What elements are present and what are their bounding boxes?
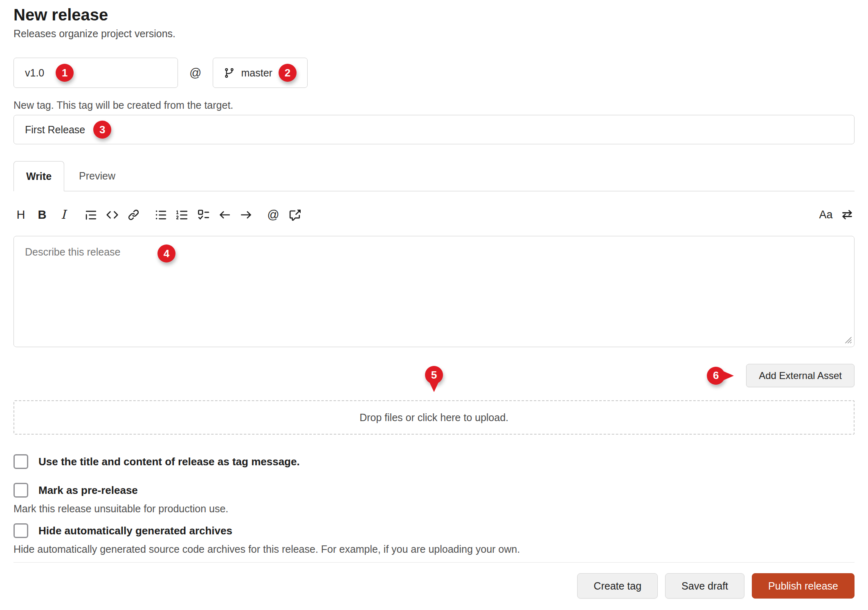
task-list-icon xyxy=(198,209,209,221)
page-title: New release xyxy=(13,6,855,24)
switch-editor-icon xyxy=(841,209,853,221)
prerelease-checkbox[interactable] xyxy=(13,483,28,498)
tab-write[interactable]: Write xyxy=(13,161,64,191)
page-subtitle: Releases organize project versions. xyxy=(13,28,855,40)
at-separator: @ xyxy=(189,66,201,80)
list-ordered-button[interactable] xyxy=(175,207,189,222)
tag-message-checkbox[interactable] xyxy=(13,454,28,469)
annotation-badge-5: 5 xyxy=(425,366,443,384)
cross-reference-icon xyxy=(289,209,301,221)
editor-tabs: Write Preview xyxy=(13,161,855,191)
tag-helper-text: New tag. This tag will be created from t… xyxy=(13,99,855,112)
action-buttons: Create tag Save draft Publish release xyxy=(13,573,855,599)
annotation-badge-6: 6 xyxy=(707,367,725,385)
editor-body: 4 xyxy=(13,236,855,347)
heading-icon: H xyxy=(17,209,25,221)
mention-button[interactable]: @ xyxy=(266,207,281,222)
release-options: Use the title and content of release as … xyxy=(13,454,855,556)
editor-toolbar: H B I @ Aa xyxy=(13,207,855,222)
annotation-badge-4: 4 xyxy=(157,244,175,262)
release-title-value: First Release xyxy=(25,124,85,136)
hide-archives-label: Hide automatically generated archives xyxy=(38,525,232,537)
link-icon xyxy=(128,209,139,221)
tag-name-input[interactable]: v1.0 1 xyxy=(13,58,178,88)
switch-editor-button[interactable] xyxy=(840,207,855,222)
italic-button[interactable]: I xyxy=(56,207,71,222)
tag-target-row: v1.0 1 @ master 2 xyxy=(13,58,855,88)
annotation-badge-1: 1 xyxy=(56,64,74,82)
arrow-left-icon xyxy=(219,209,231,221)
indent-button[interactable] xyxy=(238,207,253,222)
release-description-textarea[interactable] xyxy=(13,236,855,347)
add-external-asset-button[interactable]: Add External Asset xyxy=(746,364,855,387)
prerelease-description: Mark this release unsuitable for product… xyxy=(13,502,855,515)
arrow-right-icon xyxy=(240,209,252,221)
monospace-toggle-button[interactable]: Aa xyxy=(819,207,833,222)
outdent-button[interactable] xyxy=(217,207,232,222)
monospace-icon: Aa xyxy=(819,209,832,220)
link-button[interactable] xyxy=(126,207,141,222)
file-dropzone[interactable]: Drop files or click here to upload. xyxy=(13,400,855,435)
list-unordered-button[interactable] xyxy=(153,207,168,222)
tab-preview[interactable]: Preview xyxy=(64,161,130,191)
annotation-badge-2: 2 xyxy=(279,64,297,82)
git-branch-icon xyxy=(224,67,235,78)
save-draft-button[interactable]: Save draft xyxy=(665,573,744,599)
heading-button[interactable]: H xyxy=(13,207,28,222)
task-list-button[interactable] xyxy=(196,207,211,222)
option-hide-archives: Hide automatically generated archives Hi… xyxy=(13,523,855,556)
tag-message-label: Use the title and content of release as … xyxy=(38,455,300,468)
branch-select-button[interactable]: master 2 xyxy=(213,58,307,88)
create-tag-button[interactable]: Create tag xyxy=(577,573,658,599)
resize-handle-icon[interactable] xyxy=(843,334,852,344)
list-unordered-icon xyxy=(155,209,167,221)
dropzone-text: Drop files or click here to upload. xyxy=(360,412,508,424)
release-title-input[interactable]: First Release 3 xyxy=(13,115,855,144)
quote-icon xyxy=(85,209,97,221)
list-ordered-icon xyxy=(176,209,188,221)
bold-button[interactable]: B xyxy=(35,207,49,222)
dropzone-wrap: 5 Drop files or click here to upload. xyxy=(13,400,855,435)
annotation-badge-3: 3 xyxy=(93,121,111,139)
mention-icon: @ xyxy=(267,209,279,221)
code-button[interactable] xyxy=(105,207,119,222)
prerelease-label: Mark as pre-release xyxy=(38,484,138,497)
hide-archives-description: Hide automatically generated source code… xyxy=(13,543,855,556)
footer-divider xyxy=(13,562,855,563)
hide-archives-checkbox[interactable] xyxy=(13,523,28,538)
option-prerelease: Mark as pre-release Mark this release un… xyxy=(13,483,855,515)
italic-icon: I xyxy=(61,209,66,221)
quote-button[interactable] xyxy=(83,207,98,222)
bold-icon: B xyxy=(38,209,47,221)
code-icon xyxy=(106,209,118,221)
tag-name-value: v1.0 xyxy=(25,67,44,79)
option-tag-message: Use the title and content of release as … xyxy=(13,454,855,469)
publish-release-button[interactable]: Publish release xyxy=(752,573,855,599)
branch-label: master xyxy=(241,67,272,79)
cross-reference-button[interactable] xyxy=(287,207,302,222)
